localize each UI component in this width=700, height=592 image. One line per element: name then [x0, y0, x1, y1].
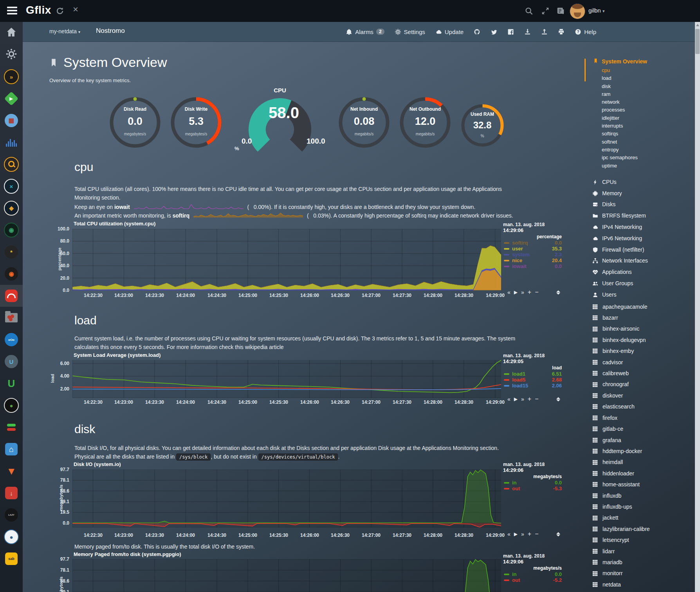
toc-item-ipc-semaphores[interactable]: ipc semaphores — [602, 154, 695, 162]
youtube-dl-icon[interactable]: ↓ — [0, 482, 23, 504]
toc-section-network-interfaces[interactable]: Network Interfaces — [592, 255, 695, 266]
zoom-in-button[interactable]: + — [528, 289, 531, 296]
toc-item-idlejitter[interactable]: idlejitter — [602, 114, 695, 122]
toc-section-applications[interactable]: Applications — [592, 266, 695, 278]
nav-alarms[interactable]: Alarms2 — [346, 29, 384, 35]
toc-app-netdata[interactable]: netdata — [592, 579, 695, 590]
gitlab-icon[interactable]: ▼ — [0, 460, 23, 482]
close-icon[interactable]: × — [73, 5, 81, 14]
toc-item-processes[interactable]: processes — [602, 106, 695, 114]
toc-app-monitorr[interactable]: monitorr — [592, 568, 695, 579]
nav-facebook[interactable] — [507, 29, 514, 35]
plex-icon[interactable]: » — [0, 66, 23, 88]
toc-section-btrfs-filesystem[interactable]: BTRFS filesystem — [592, 210, 695, 221]
zoom-in-button[interactable]: + — [528, 531, 531, 538]
toc-section-title[interactable]: System Overview — [585, 57, 695, 66]
toc-item-load[interactable]: load — [602, 74, 695, 82]
zoom-out-button[interactable]: − — [535, 289, 538, 296]
nav-import[interactable] — [524, 29, 531, 35]
legend-softirq[interactable]: softirq0.0 — [503, 240, 562, 246]
nav-twitter[interactable] — [491, 29, 497, 35]
swirl-app-icon[interactable]: ◉ — [0, 219, 23, 241]
pan-forward-button[interactable]: » — [521, 396, 524, 402]
toc-app-cadvisor[interactable]: cadvisor — [592, 357, 695, 368]
toc-app-binhex-airsonic[interactable]: binhex-airsonic — [592, 323, 695, 334]
emby-icon[interactable]: ▶ — [0, 88, 23, 110]
node-graph-app-icon[interactable]: * — [0, 241, 23, 263]
host-dropdown[interactable]: my-netdata ▾ — [49, 28, 80, 34]
nextcloud-icon[interactable]: oOo — [0, 329, 23, 351]
toc-app-home-assistant[interactable]: home-assistant — [592, 479, 695, 490]
toc-item-network[interactable]: network — [602, 98, 695, 106]
fullscreen-icon[interactable] — [541, 7, 550, 15]
resize-handle[interactable] — [556, 532, 560, 536]
changelog-icon[interactable] — [556, 7, 565, 15]
gauge-net-outbound[interactable]: Net Outbound12.0megabits/s — [399, 96, 452, 149]
legend-user[interactable]: user35.3 — [503, 246, 562, 252]
home-assistant-icon[interactable]: ⌂ — [0, 438, 23, 460]
toc-app-bazarr[interactable]: bazarr — [592, 312, 695, 323]
toc-section-ipv6-networking[interactable]: IPv6 Networking — [592, 233, 695, 244]
toc-app-jackett[interactable]: jackett — [592, 512, 695, 523]
zoom-in-button[interactable]: + — [528, 396, 531, 403]
toc-app-influxdb[interactable]: influxdb — [592, 490, 695, 501]
toc-app-firefox[interactable]: firefox — [592, 412, 695, 423]
toc-app-binhex-emby[interactable]: binhex-emby — [592, 345, 695, 356]
page-scrollbar[interactable] — [695, 22, 700, 592]
zoom-out-button[interactable]: − — [535, 531, 538, 538]
toc-section-cpus[interactable]: CPUs — [592, 176, 695, 188]
nav-help[interactable]: ?Help — [575, 29, 596, 35]
pan-backward-button[interactable]: « — [507, 396, 511, 402]
toc-item-disk[interactable]: disk — [602, 83, 695, 90]
legend-in[interactable]: in0.0 — [503, 571, 562, 577]
legend-nice[interactable]: nice20.4 — [503, 257, 562, 263]
gauge-cpu[interactable]: CPU58.00.0100.0% — [241, 87, 319, 156]
bazarr-app-icon[interactable]: ◆ — [0, 197, 23, 219]
toc-section-user-groups[interactable]: User Groups — [592, 278, 695, 289]
search-app-icon[interactable] — [0, 153, 23, 175]
scrollbar-thumb[interactable] — [695, 29, 700, 54]
toc-item-uptime[interactable]: uptime — [602, 162, 695, 170]
legend-load1[interactable]: load16.51 — [503, 371, 562, 377]
toc-section-ipv4-networking[interactable]: IPv4 Networking — [592, 221, 695, 233]
sabnzbd-icon[interactable]: sab — [0, 548, 23, 570]
gauge-used-ram[interactable]: Used RAM32.8% — [460, 103, 505, 148]
chart-plot-system.cpu[interactable] — [72, 229, 501, 290]
gauge-net-inbound[interactable]: Net Inbound0.08megabits/s — [337, 96, 391, 149]
refresh-icon[interactable] — [56, 7, 64, 15]
toc-section-memory[interactable]: Memory — [592, 188, 695, 199]
petals-app-icon[interactable]: × — [0, 175, 23, 197]
search-icon[interactable] — [525, 7, 533, 15]
pan-backward-button[interactable]: « — [507, 289, 511, 295]
toc-app-grafana[interactable]: grafana — [592, 435, 695, 446]
toc-app-lazylibrarian-calibre[interactable]: lazylibrarian-calibre — [592, 524, 695, 534]
audio-wave-icon[interactable] — [0, 131, 23, 153]
toc-app-gitlab-ce[interactable]: gitlab-ce — [592, 423, 695, 434]
legend-iowait[interactable]: iowait0.0 — [503, 263, 562, 269]
toc-app-diskover[interactable]: diskover — [592, 390, 695, 401]
toc-app-hddtemp-docker[interactable]: hddtemp-docker — [592, 446, 695, 457]
lazylibrarian-icon[interactable]: LAZY — [0, 504, 23, 526]
legend-out[interactable]: out-5.3 — [503, 486, 562, 491]
gauge-disk-read[interactable]: Disk Read0.0megabytes/s — [108, 96, 162, 149]
legend-load5[interactable]: load52.68 — [503, 377, 562, 383]
nav-export[interactable] — [541, 29, 548, 35]
deluge-icon[interactable]: ● — [0, 526, 23, 548]
toc-app-elasticsearch[interactable]: elasticsearch — [592, 401, 695, 412]
play-button[interactable]: ▶ — [514, 396, 518, 402]
nav-settings[interactable]: Settings — [395, 29, 425, 35]
user-menu[interactable]: gilbn ▾ — [588, 7, 604, 14]
toc-app-binhex-delugevpn[interactable]: binhex-delugevpn — [592, 335, 695, 345]
grafana-icon[interactable]: ◉ — [0, 263, 23, 285]
unifi-icon[interactable]: U — [0, 351, 23, 372]
play-button[interactable]: ▶ — [514, 531, 518, 537]
pan-forward-button[interactable]: » — [521, 289, 524, 295]
pan-forward-button[interactable]: » — [521, 531, 524, 537]
dark-disc-app-icon[interactable]: ● — [0, 394, 23, 416]
nav-update[interactable]: Update — [435, 29, 464, 35]
netdata-icon[interactable] — [0, 285, 23, 307]
play-button[interactable]: ▶ — [514, 290, 518, 295]
toc-item-interrupts[interactable]: interrupts — [602, 122, 695, 130]
zoom-out-button[interactable]: − — [535, 396, 538, 403]
toc-item-entropy[interactable]: entropy — [602, 146, 695, 154]
